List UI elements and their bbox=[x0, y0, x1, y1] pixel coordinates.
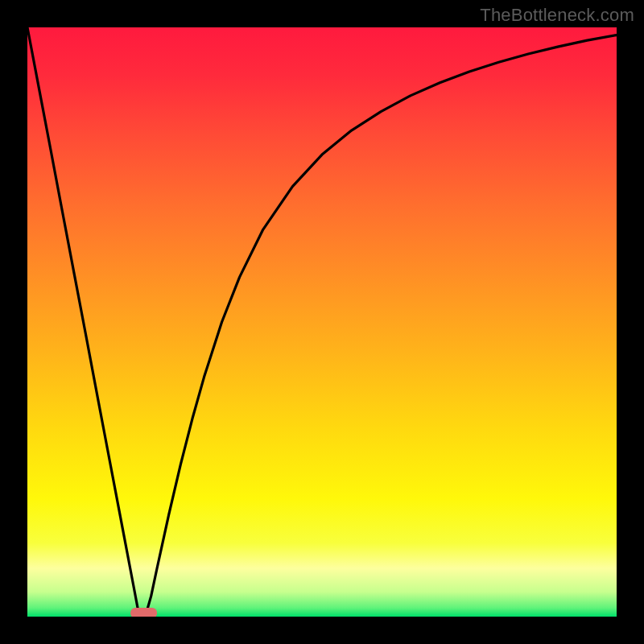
watermark-text: TheBottleneck.com bbox=[480, 5, 634, 26]
gradient-background bbox=[27, 27, 617, 617]
optimal-marker bbox=[130, 608, 157, 617]
chart-frame: TheBottleneck.com bbox=[0, 0, 644, 644]
plot-area bbox=[27, 27, 617, 617]
chart-svg bbox=[27, 27, 617, 617]
